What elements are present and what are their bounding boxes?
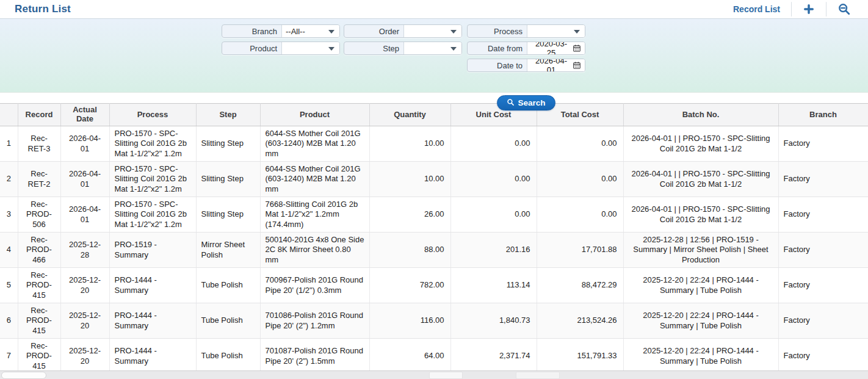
order-select[interactable]: [403, 25, 461, 37]
step-select[interactable]: [403, 42, 461, 54]
table-row[interactable]: 7 Rec-PROD-415 2025-12-20 PRO-1444 - Sum…: [0, 339, 868, 374]
cell-process: PRO-1519 - Summary: [109, 233, 196, 268]
cell-total-cost: 88,472.29: [537, 268, 623, 303]
cell-process: PRO-1444 - Summary: [109, 268, 196, 303]
search-button-label: Search: [518, 98, 545, 107]
cell-branch: Factory: [778, 197, 868, 233]
process-label: Process: [468, 25, 527, 37]
cell-actual-date: 2025-12-20: [60, 303, 109, 339]
date-to-value: 2026-04-01: [531, 59, 571, 72]
cell-branch: Factory: [778, 303, 868, 339]
table-row[interactable]: 5 Rec-PROD-415 2025-12-20 PRO-1444 - Sum…: [0, 268, 868, 303]
col-batch-no[interactable]: Batch No.: [623, 104, 778, 126]
cell-total-cost: 213,524.26: [537, 303, 623, 339]
table-row[interactable]: 3 Rec-PROD-506 2026-04-01 PRO-1570 - SPC…: [0, 197, 868, 233]
table-row[interactable]: 4 Rec-PROD-466 2025-12-28 PRO-1519 - Sum…: [0, 233, 868, 268]
hscrollbar-thumb[interactable]: [1, 372, 46, 379]
date-from-input[interactable]: 2020-03-25: [527, 42, 585, 54]
cell-record: Rec-RET-2: [18, 162, 60, 197]
cell-process: PRO-1570 - SPC-Slitting Coil 201G 2b Mat…: [109, 162, 196, 197]
cell-unit-cost: 0.00: [450, 162, 537, 197]
cell-record: Rec-PROD-466: [18, 233, 60, 268]
cell-total-cost: 17,701.88: [537, 233, 623, 268]
branch-label: Branch: [222, 25, 281, 37]
return-table: Record Actual Date Process Step Product …: [0, 103, 868, 374]
cell-unit-cost: 0.00: [450, 197, 537, 233]
chevron-down-icon: [450, 47, 457, 51]
date-to-filter: Date to 2026-04-01: [467, 59, 585, 72]
cell-unit-cost: 113.14: [450, 268, 537, 303]
cell-process: PRO-1444 - Summary: [109, 303, 196, 339]
process-filter: Process: [467, 24, 585, 38]
col-quantity[interactable]: Quantity: [369, 104, 450, 126]
cell-total-cost: 0.00: [537, 162, 623, 197]
cell-actual-date: 2026-04-01: [60, 126, 109, 162]
cell-quantity: 782.00: [369, 268, 450, 303]
cell-quantity: 10.00: [369, 162, 450, 197]
row-number: 6: [0, 303, 18, 339]
cell-record: Rec-PROD-415: [18, 339, 60, 374]
col-actual-date[interactable]: Actual Date: [60, 104, 109, 126]
cell-batch-no: 2025-12-20 | 22:24 | PRO-1444 - Summary …: [623, 339, 778, 374]
cell-step: Slitting Step: [196, 197, 260, 233]
page-title: Return List: [15, 3, 71, 15]
date-from-value: 2020-03-25: [531, 42, 571, 55]
zoom-out-icon: [837, 2, 851, 16]
filter-column-2: Order Step: [344, 24, 462, 55]
cell-branch: Factory: [778, 162, 868, 197]
zoom-out-button[interactable]: [826, 1, 862, 17]
chevron-down-icon: [574, 30, 580, 34]
top-bar: Return List Record List: [0, 0, 868, 19]
cell-unit-cost: 0.00: [450, 126, 537, 162]
cell-batch-no: 2025-12-20 | 22:24 | PRO-1444 - Summary …: [623, 268, 778, 303]
cell-quantity: 116.00: [369, 303, 450, 339]
cell-branch: Factory: [778, 126, 868, 162]
date-from-label: Date from: [468, 42, 527, 54]
product-select[interactable]: [281, 42, 339, 54]
table-row[interactable]: 2 Rec-RET-2 2026-04-01 PRO-1570 - SPC-Sl…: [0, 162, 868, 197]
col-branch[interactable]: Branch: [778, 104, 868, 126]
cell-batch-no: 2026-04-01 | | PRO-1570 - SPC-Slitting C…: [623, 197, 778, 233]
cell-branch: Factory: [778, 339, 868, 374]
col-row-number: [0, 104, 18, 126]
add-button[interactable]: [792, 1, 826, 17]
row-number: 3: [0, 197, 18, 233]
cell-step: Tube Polish: [196, 303, 260, 339]
table-row[interactable]: 1 Rec-RET-3 2026-04-01 PRO-1570 - SPC-Sl…: [0, 126, 868, 162]
row-number: 5: [0, 268, 18, 303]
cell-product: 6044-SS Mother Coil 201G (603-1240) M2B …: [260, 126, 369, 162]
col-step[interactable]: Step: [196, 104, 260, 126]
record-list-link[interactable]: Record List: [722, 1, 791, 17]
process-select[interactable]: [527, 25, 585, 37]
cell-record: Rec-RET-3: [18, 126, 60, 162]
chevron-down-icon: [450, 30, 457, 34]
step-filter: Step: [344, 42, 462, 55]
calendar-icon[interactable]: [573, 44, 581, 52]
col-process[interactable]: Process: [109, 104, 196, 126]
col-product[interactable]: Product: [260, 104, 369, 126]
cell-process: PRO-1570 - SPC-Slitting Coil 201G 2b Mat…: [109, 126, 196, 162]
table-row[interactable]: 6 Rec-PROD-415 2025-12-20 PRO-1444 - Sum…: [0, 303, 868, 339]
cell-product: 7668-Slitting Coil 201G 2b Mat 1-1/2"x2"…: [260, 197, 369, 233]
cell-step: Mirror Sheet Polish: [196, 233, 260, 268]
date-from-filter: Date from 2020-03-25: [467, 42, 585, 55]
cell-product: 701086-Polish 201G Round Pipe 20' (2") 1…: [260, 303, 369, 339]
col-record[interactable]: Record: [18, 104, 60, 126]
row-number: 2: [0, 162, 18, 197]
cell-record: Rec-PROD-506: [18, 197, 60, 233]
cell-branch: Factory: [778, 268, 868, 303]
row-number: 7: [0, 339, 18, 374]
date-to-input[interactable]: 2026-04-01: [527, 59, 585, 71]
horizontal-scrollbar: [0, 370, 868, 379]
search-button[interactable]: Search: [497, 95, 555, 110]
cell-step: Slitting Step: [196, 126, 260, 162]
cell-step: Tube Polish: [196, 268, 260, 303]
calendar-icon[interactable]: [573, 61, 581, 70]
cell-batch-no: 2026-04-01 | | PRO-1570 - SPC-Slitting C…: [623, 126, 778, 162]
cell-total-cost: 0.00: [537, 126, 623, 162]
branch-select[interactable]: --All--: [281, 25, 339, 37]
filter-column-1: Branch --All-- Product: [222, 24, 340, 55]
cell-unit-cost: 1,840.73: [450, 303, 537, 339]
cell-process: PRO-1570 - SPC-Slitting Coil 201G 2b Mat…: [109, 197, 196, 233]
cell-quantity: 64.00: [369, 339, 450, 374]
